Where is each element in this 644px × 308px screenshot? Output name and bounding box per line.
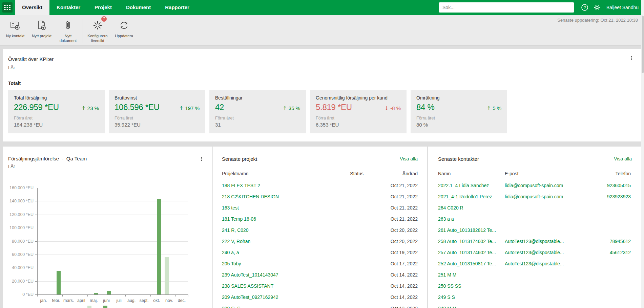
- arrow-up-icon: ↑: [487, 105, 493, 111]
- contact-name-link[interactable]: 263 a a: [438, 216, 505, 222]
- project-name-link[interactable]: 222 V, Rohan: [222, 239, 319, 244]
- kpi-value: 106.596 *EU: [115, 103, 160, 112]
- contact-name-link[interactable]: 248 M M: [438, 306, 505, 308]
- chart-bar-solid[interactable]: [94, 293, 98, 294]
- contact-phone-link[interactable]: 923923923: [580, 194, 631, 199]
- projects-table-body: 188 FLEX TEST 2Oct 21, 2022218 C2\KITCHE…: [222, 180, 418, 308]
- projects-view-all-link[interactable]: Visa alla: [400, 156, 418, 161]
- nav-tab-projekt[interactable]: Projekt: [87, 0, 119, 15]
- y-axis-tick: [35, 281, 37, 282]
- contact-name-link[interactable]: 252 Auto_1013150817 Te...: [438, 261, 505, 266]
- contact-email-link[interactable]: AutoTest123@dispostable...: [505, 250, 580, 255]
- contact-name-link[interactable]: 258 Auto_1013174602 Te...: [438, 239, 505, 244]
- nav-tab-kontakter[interactable]: Kontakter: [49, 0, 87, 15]
- settings-gear-icon[interactable]: [593, 3, 601, 12]
- contact-name-link[interactable]: 257 Auto_1013174602 Te...: [438, 250, 505, 255]
- kpi-card[interactable]: Beställningar42↑ 35 %Förra året31: [209, 90, 306, 133]
- kpi-value: 5.819 *EU: [316, 103, 352, 112]
- contact-email-link[interactable]: AutoTest123@dispostable...: [505, 239, 580, 244]
- app-logo[interactable]: [0, 0, 15, 15]
- project-name-link[interactable]: 218 C2\KITCHEN DESIGN: [222, 194, 319, 199]
- x-axis-tick: [37, 294, 38, 296]
- chart-bar-solid[interactable]: [107, 291, 111, 294]
- project-name-link[interactable]: 238 SALES ASSISTANT: [222, 283, 319, 289]
- kpi-card[interactable]: Omräkning84 %↑ 5 %Förra året80 %: [411, 90, 507, 133]
- contact-phone-link[interactable]: 78945612: [580, 239, 631, 244]
- nav-tabs: ÖversiktKontakterProjektDokumentRapporte…: [15, 0, 196, 15]
- kpi-card[interactable]: Total försäljning226.959 *EU↑ 23 %Förra …: [8, 90, 105, 133]
- page-scrollbar[interactable]: [641, 0, 644, 308]
- project-changed-date: Oct 21, 2022: [363, 183, 418, 188]
- kpi-card[interactable]: Genomsnittlig försäljning per kund5.819 …: [310, 90, 407, 133]
- project-name-link[interactable]: 209 AutoTest_0927162942: [222, 294, 319, 300]
- contact-name-link[interactable]: 261 Auto_1013182812 Te...: [438, 227, 505, 233]
- chart-bar-light[interactable]: [165, 257, 169, 294]
- x-tick-label: aug.: [125, 298, 138, 303]
- projects-column-header: Ändrad: [363, 171, 418, 176]
- user-menu[interactable]: Baljeet Sandhu: [606, 5, 639, 10]
- project-changed-date: Oct 19, 2022: [363, 250, 418, 255]
- gridline: [37, 228, 188, 228]
- toolbar-button-refresh[interactable]: Uppdatera: [111, 17, 137, 43]
- y-axis-tick: [35, 294, 37, 295]
- kpi-card[interactable]: Bruttovinst106.596 *EU↑ 197 %Förra året3…: [109, 90, 205, 133]
- contact-name-link[interactable]: 250 SS SS: [438, 283, 505, 289]
- project-name-link[interactable]: 163 test: [222, 205, 319, 211]
- contact-name-link[interactable]: 2022.1_4 Lidia Sanchez: [438, 183, 505, 188]
- project-name-link[interactable]: 240 a, a: [222, 250, 319, 255]
- nav-tab-översikt[interactable]: Översikt: [15, 0, 49, 15]
- chart-bar-solid[interactable]: [57, 271, 61, 294]
- project-name-link[interactable]: 205 Toby: [222, 261, 319, 266]
- contact-email-link[interactable]: lidia@compusoft-spain.com: [505, 194, 580, 199]
- contact-phone-link[interactable]: 45612312: [580, 250, 631, 255]
- y-tick-label: 160.000 *EU: [3, 185, 34, 190]
- projects-panel-title: Senaste projekt: [222, 156, 257, 162]
- x-tick-label: okt.: [150, 298, 163, 303]
- y-tick-label: 140.000 *EU: [3, 199, 34, 203]
- contact-row: 250 SS SS: [438, 280, 631, 291]
- search-input[interactable]: [439, 2, 574, 13]
- kpi-card-title: Bruttovinst: [115, 95, 200, 101]
- project-row: 200 C, SOct 13, 2022: [222, 303, 418, 308]
- search-box: [439, 2, 574, 13]
- contact-email-link[interactable]: AutoTest123@dispostable...: [505, 261, 580, 266]
- help-icon[interactable]: ?: [580, 3, 589, 12]
- project-name-link[interactable]: 188 FLEX TEST 2: [222, 183, 319, 188]
- project-name-link[interactable]: 239 AutoTest_1014143047: [222, 272, 319, 278]
- chart-bar-solid[interactable]: [157, 199, 161, 295]
- contact-name-link[interactable]: 2021_4-1 Rodolfo1 Perez: [438, 194, 505, 199]
- kpi-value: 84 %: [416, 103, 435, 112]
- kpi-panel-menu-icon[interactable]: [628, 54, 635, 61]
- contact-row: 264 C020 R: [438, 202, 631, 213]
- nav-tab-rapporter[interactable]: Rapporter: [158, 0, 196, 15]
- project-row: 241 R, C020Oct 20, 2022: [222, 224, 418, 236]
- contacts-table-body: 2022.1_4 Lidia Sanchezlidia@compusoft-sp…: [438, 180, 631, 308]
- contact-email-link[interactable]: lidia@compusoft-spain.com: [505, 183, 580, 188]
- kpi-group-label: Totalt: [8, 81, 21, 86]
- contact-name-link[interactable]: 249 S S: [438, 294, 505, 300]
- contact-name-link[interactable]: 264 C020 R: [438, 205, 505, 211]
- scrollbar-thumb[interactable]: [642, 16, 644, 73]
- project-row: 181 Temp 18-06Oct 21, 2022: [222, 213, 418, 224]
- kpi-card-title: Genomsnittlig försäljning per kund: [316, 95, 401, 101]
- toolbar-button-new-project[interactable]: Nytt projekt: [28, 17, 55, 43]
- y-axis-tick: [35, 201, 37, 201]
- project-row: 209 AutoTest_0927162942Oct 14, 2022: [222, 291, 418, 303]
- project-changed-date: Oct 13, 2022: [363, 306, 418, 308]
- toolbar-button-new-contact[interactable]: Ny kontakt: [2, 17, 28, 43]
- app-window: ÖversiktKontakterProjektDokumentRapporte…: [0, 0, 644, 308]
- contact-name-link[interactable]: 251 M M: [438, 272, 505, 278]
- nav-tab-dokument[interactable]: Dokument: [119, 0, 158, 15]
- kpi-prev-label: Förra året: [14, 116, 99, 120]
- project-name-link[interactable]: 200 C, S: [222, 306, 319, 308]
- x-tick-label: febr.: [49, 298, 63, 303]
- contacts-view-all-link[interactable]: Visa alla: [614, 156, 632, 161]
- arrow-up-icon: ↑: [283, 105, 288, 111]
- toolbar-button-gear[interactable]: 7Konfigurera översikt: [84, 17, 111, 43]
- contact-phone-link[interactable]: 923605015: [580, 183, 631, 188]
- project-name-link[interactable]: 241 R, C020: [222, 227, 319, 233]
- project-name-link[interactable]: 181 Temp 18-06: [222, 216, 319, 222]
- toolbar-button-paperclip[interactable]: Nytt dokument: [55, 17, 81, 43]
- action-toolbar: Ny kontaktNytt projektNytt dokument7Konf…: [0, 15, 641, 46]
- x-axis-tick: [150, 294, 151, 296]
